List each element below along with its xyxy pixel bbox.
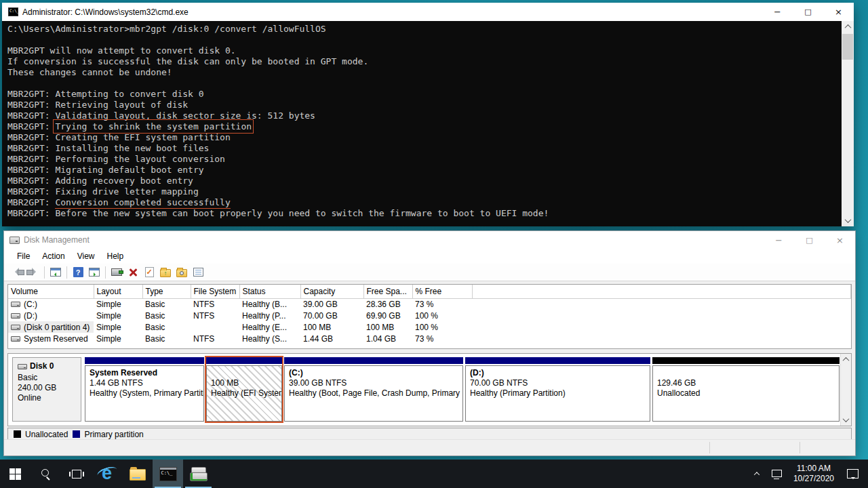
taskbar-internet-explorer-button[interactable]	[92, 460, 122, 488]
action-pane-icon[interactable]	[87, 265, 102, 280]
clock-time: 11:00 AM	[793, 464, 834, 474]
update-view-icon[interactable]	[109, 265, 124, 280]
console-line: MBR2GPT: Fixing drive letter mapping	[7, 186, 840, 197]
legend-item: Primary partition	[73, 430, 143, 439]
scroll-up-icon[interactable]	[841, 354, 851, 365]
volume-row[interactable]: (Disk 0 partition 4)SimpleBasicHealthy (…	[8, 321, 851, 333]
taskbar-file-explorer-button[interactable]	[122, 460, 153, 488]
partition-block[interactable]: (C:)39.00 GB NTFSHealthy (Boot, Page Fil…	[284, 357, 463, 422]
scroll-down-icon[interactable]	[842, 215, 854, 226]
console-output: C:\Users\Administrator>mbr2gpt /disk:0 /…	[7, 24, 840, 226]
column-header[interactable]: Layout	[94, 285, 142, 298]
partition-info: (D:)70.00 GB NTFSHealthy (Primary Partit…	[465, 365, 650, 422]
cmd-maximize-button[interactable]: □	[793, 3, 823, 21]
graphic-scrollbar[interactable]	[840, 354, 851, 426]
partition-block[interactable]: (D:)70.00 GB NTFSHealthy (Primary Partit…	[465, 357, 650, 422]
console[interactable]: C:\Users\Administrator>mbr2gpt /disk:0 /…	[2, 21, 854, 226]
cmd-minimize-button[interactable]: −	[762, 3, 793, 21]
back-icon[interactable]	[9, 265, 24, 280]
disk0-label[interactable]: Disk 0 Basic 240.00 GB Online	[12, 357, 81, 422]
column-header[interactable]: Type	[142, 285, 191, 298]
scrollbar-thumb[interactable]	[842, 34, 853, 60]
column-header[interactable]: % Free	[412, 285, 472, 298]
console-line: MBR2GPT: Creating the EFI system partiti…	[7, 132, 840, 143]
legend-item: Unallocated	[14, 430, 68, 439]
file-explorer-icon	[130, 469, 146, 481]
menu-file[interactable]: File	[11, 249, 36, 263]
volume-row[interactable]: (D:)SimpleBasicNTFSHealthy (P...70.00 GB…	[8, 310, 851, 321]
properties-list-icon[interactable]	[191, 265, 205, 280]
console-tree-icon[interactable]	[48, 265, 63, 280]
toolbar-separator	[66, 266, 67, 279]
console-line: MBR2GPT: Retrieving layout of disk	[7, 100, 840, 110]
menu-view[interactable]: View	[71, 249, 101, 263]
taskbar-command-prompt-button[interactable]	[153, 460, 183, 488]
dm-minimize-button[interactable]: −	[764, 231, 794, 249]
console-line: MBR2GPT: Performing the layout conversio…	[7, 154, 840, 165]
column-header[interactable]: Free Spa...	[363, 285, 412, 298]
column-header[interactable]: Volume	[8, 285, 94, 298]
disk-status: Online	[18, 393, 76, 403]
console-scrollbar[interactable]	[842, 21, 854, 226]
column-header[interactable]: File System	[191, 285, 239, 298]
search-icon	[41, 468, 52, 479]
cmd-close-button[interactable]: ×	[823, 3, 854, 21]
column-header-empty	[472, 285, 851, 298]
taskbar-task-view-button[interactable]	[61, 460, 92, 488]
dm-toolbar: ?✓↑	[4, 264, 855, 281]
dm-titlebar[interactable]: Disk Management − □ ×	[4, 231, 855, 249]
dm-close-button[interactable]: ×	[825, 231, 855, 249]
partition-block[interactable]: 129.46 GBUnallocated	[652, 357, 840, 422]
taskbar-disk-management-button[interactable]	[183, 460, 214, 488]
taskbar-clock[interactable]: 11:00 AM 10/27/2020	[787, 464, 840, 484]
taskbar-search-button[interactable]	[31, 460, 61, 488]
annotation-underline: Conversion completed successfully	[55, 197, 230, 209]
menu-action[interactable]: Action	[36, 249, 71, 263]
console-line: MBR2GPT: Conversion completed successful…	[7, 197, 840, 208]
action-center-icon[interactable]	[847, 469, 859, 479]
column-header[interactable]: Capacity	[300, 285, 363, 298]
help-icon[interactable]: ?	[71, 265, 85, 280]
partition-color-bar	[465, 357, 650, 364]
volume-table: VolumeLayoutTypeFile SystemStatusCapacit…	[8, 285, 851, 344]
partitions-strip: System Reserved1.44 GB NTFSHealthy (Syst…	[85, 357, 840, 422]
scroll-down-icon[interactable]	[841, 414, 851, 426]
toolbar-separator	[44, 266, 45, 279]
taskbar-apps	[0, 460, 214, 488]
delete-icon[interactable]	[125, 265, 140, 280]
volume-row[interactable]: (C:)SimpleBasicNTFSHealthy (B...39.00 GB…	[8, 298, 851, 310]
dm-menubar: FileActionViewHelp	[4, 249, 855, 264]
partition-block[interactable]: 100 MBHealthy (EFI System	[206, 357, 282, 422]
statusbar-divider	[800, 442, 800, 453]
taskbar-start-button[interactable]	[0, 460, 31, 488]
console-line: MBR2GPT: Before the new system can boot …	[7, 208, 840, 219]
network-icon[interactable]	[770, 469, 783, 479]
dm-maximize-button[interactable]: □	[794, 231, 825, 249]
partition-info: 100 MBHealthy (EFI System	[206, 365, 282, 422]
forward-icon[interactable]	[26, 265, 41, 280]
volume-table-header[interactable]: VolumeLayoutTypeFile SystemStatusCapacit…	[8, 285, 851, 298]
menu-help[interactable]: Help	[101, 249, 130, 263]
column-header[interactable]: Status	[239, 285, 300, 298]
scroll-up-icon[interactable]	[842, 21, 854, 33]
tray-chevron-icon[interactable]	[748, 460, 766, 488]
disk-management-window: Disk Management − □ × FileActionViewHelp…	[3, 230, 856, 456]
partition-info: 129.46 GBUnallocated	[652, 365, 840, 422]
cmd-titlebar[interactable]: Administrator: C:\Windows\system32\cmd.e…	[2, 3, 854, 21]
partition-info: (C:)39.00 GB NTFSHealthy (Boot, Page Fil…	[284, 365, 463, 422]
command-prompt-icon	[159, 467, 177, 481]
dm-client-area: VolumeLayoutTypeFile SystemStatusCapacit…	[4, 281, 855, 439]
check-disk-icon[interactable]: ✓	[142, 265, 157, 280]
disk-management-icon	[9, 237, 20, 244]
explore-icon[interactable]	[174, 265, 189, 280]
console-line: MBR2GPT: Installing the new boot files	[7, 143, 840, 154]
volume-row[interactable]: System ReservedSimpleBasicNTFSHealthy (S…	[8, 333, 851, 344]
console-line: MBR2GPT: Validating layout, disk sector …	[7, 110, 840, 121]
console-line: MBR2GPT: Attempting to convert disk 0	[7, 89, 840, 100]
open-icon[interactable]: ↑	[158, 265, 173, 280]
task-view-icon	[72, 470, 81, 479]
clock-date: 10/27/2020	[793, 474, 834, 484]
partition-block[interactable]: System Reserved1.44 GB NTFSHealthy (Syst…	[85, 357, 204, 422]
volume-list-pane: VolumeLayoutTypeFile SystemStatusCapacit…	[7, 284, 852, 349]
console-line	[7, 35, 840, 45]
